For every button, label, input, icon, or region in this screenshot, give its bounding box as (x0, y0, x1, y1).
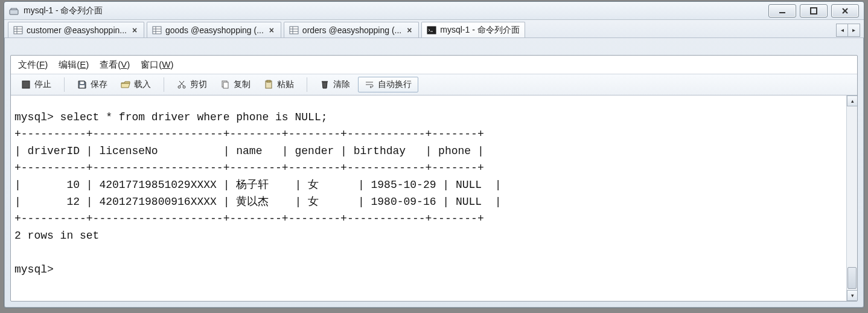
tab-label: orders @easyshopping (... (302, 25, 401, 35)
folder-open-icon (121, 80, 130, 89)
copy-button[interactable]: 复制 (215, 77, 256, 92)
menu-view[interactable]: 查看(V) (100, 59, 130, 71)
copy-label: 复制 (234, 79, 251, 90)
tab-scroll-left-button[interactable]: ◂ (836, 24, 848, 37)
clipboard-icon (264, 80, 273, 89)
scroll-up-button[interactable]: ▴ (847, 95, 858, 106)
svg-rect-0 (10, 10, 18, 15)
cut-label: 剪切 (190, 79, 207, 90)
svg-rect-1 (779, 12, 785, 13)
document-frame: 文件(F) 编辑(E) 查看(V) 窗口(W) 停止 保存 载入 剪切 (10, 55, 858, 302)
table-icon (13, 25, 23, 35)
svg-rect-26 (322, 81, 328, 82)
wrap-toggle[interactable]: 自动换行 (358, 77, 418, 92)
close-icon[interactable]: × (405, 26, 413, 34)
separator (164, 77, 164, 92)
maximize-button[interactable] (800, 4, 828, 18)
stop-label: 停止 (34, 79, 51, 90)
tab-nav: ◂ ▸ (836, 20, 864, 37)
load-button[interactable]: 载入 (115, 77, 156, 92)
svg-point-20 (178, 86, 180, 88)
table-icon (152, 25, 162, 35)
tab-label: customer @easyshoppin... (27, 25, 127, 35)
window-controls (768, 4, 859, 18)
tabstrip: customer @easyshoppin... × goods @easysh… (4, 20, 864, 38)
menu-window[interactable]: 窗口(W) (141, 59, 173, 71)
scroll-thumb[interactable] (847, 267, 857, 289)
titlebar: mysql-1 - 命令列介面 (4, 2, 864, 20)
clear-label: 清除 (333, 79, 350, 90)
svg-rect-23 (223, 82, 228, 88)
cut-button[interactable]: 剪切 (171, 77, 212, 92)
menubar: 文件(F) 编辑(E) 查看(V) 窗口(W) (11, 56, 857, 74)
close-icon[interactable]: × (130, 26, 139, 34)
save-icon (77, 80, 87, 89)
stop-button[interactable]: 停止 (16, 77, 57, 92)
app-window: mysql-1 - 命令列介面 customer @easyshoppin...… (4, 1, 864, 308)
tab-mysql-console[interactable]: mysql-1 - 命令列介面 (421, 22, 525, 37)
minimize-button[interactable] (768, 4, 796, 18)
trash-icon (320, 80, 330, 89)
wrap-icon (365, 80, 374, 89)
svg-rect-11 (290, 27, 298, 34)
paste-button[interactable]: 粘贴 (258, 77, 299, 92)
separator (307, 77, 307, 92)
svg-rect-15 (427, 27, 436, 34)
scroll-down-button[interactable]: ▾ (847, 290, 858, 301)
menu-file[interactable]: 文件(F) (18, 59, 48, 71)
app-icon (9, 7, 19, 15)
svg-rect-19 (80, 82, 84, 84)
tab-label: mysql-1 - 命令列介面 (440, 25, 519, 36)
close-icon[interactable]: × (267, 26, 276, 34)
scrollbar[interactable]: ▴ ▾ (846, 95, 857, 301)
load-label: 载入 (134, 79, 151, 90)
svg-rect-18 (80, 85, 85, 88)
table-icon (289, 25, 299, 35)
svg-rect-25 (267, 80, 270, 82)
svg-rect-2 (811, 8, 817, 14)
tab-label: goods @easyshopping (... (165, 25, 264, 35)
tab-scroll-right-button[interactable]: ▸ (848, 24, 860, 37)
toolbar: 停止 保存 载入 剪切 复制 粘贴 (11, 74, 857, 95)
tab-goods[interactable]: goods @easyshopping (... × (147, 22, 281, 37)
wrap-label: 自动换行 (378, 79, 412, 90)
clear-button[interactable]: 清除 (314, 77, 356, 92)
save-button[interactable]: 保存 (72, 77, 113, 92)
stop-icon (21, 80, 31, 89)
svg-point-21 (183, 86, 185, 88)
console-output[interactable]: mysql> select * from driver where phone … (11, 106, 857, 290)
close-button[interactable] (831, 4, 859, 18)
scissors-icon (177, 80, 187, 89)
tab-orders[interactable]: orders @easyshopping (... × (284, 22, 419, 37)
tab-customer[interactable]: customer @easyshoppin... × (8, 22, 144, 37)
save-label: 保存 (91, 79, 107, 90)
window-title: mysql-1 - 命令列介面 (24, 5, 103, 16)
separator (64, 77, 65, 92)
paste-label: 粘贴 (277, 79, 294, 90)
svg-rect-3 (14, 27, 22, 34)
copy-icon (220, 80, 230, 89)
svg-rect-7 (153, 27, 161, 34)
console-icon (427, 25, 436, 35)
console-area: mysql> select * from driver where phone … (11, 95, 857, 301)
svg-rect-17 (22, 81, 30, 88)
menu-edit[interactable]: 编辑(E) (59, 59, 89, 71)
